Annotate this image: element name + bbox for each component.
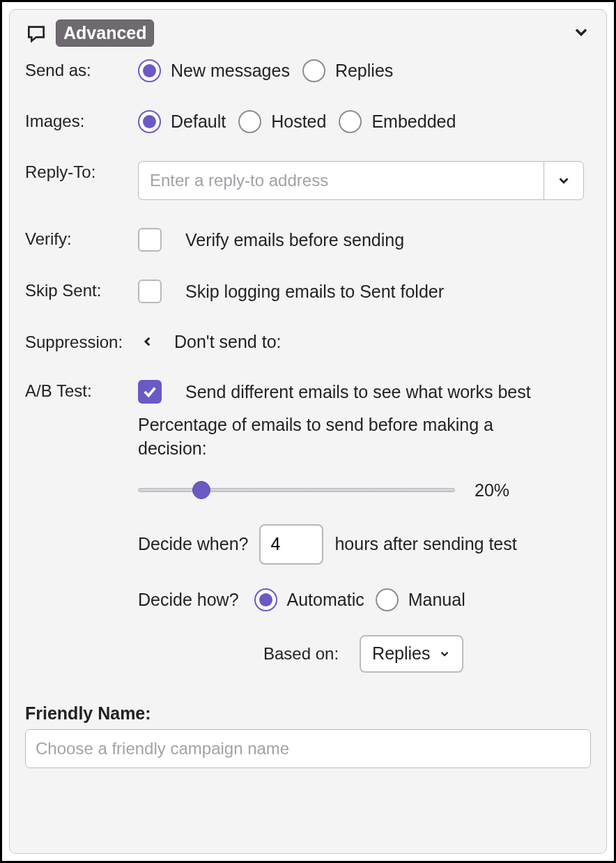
chevron-down-icon xyxy=(556,173,571,188)
chevron-down-icon xyxy=(438,648,451,660)
radio-label: New messages xyxy=(171,61,290,81)
ab-percentage-slider[interactable] xyxy=(138,485,455,495)
ab-test-text: Send different emails to see what works … xyxy=(185,382,531,402)
radio-label: Default xyxy=(171,112,226,132)
decide-how-label: Decide how? xyxy=(138,590,239,610)
based-on-value: Replies xyxy=(372,643,430,664)
send-as-replies-radio[interactable]: Replies xyxy=(302,59,393,82)
decide-when-input[interactable] xyxy=(259,524,323,565)
skip-sent-checkbox[interactable] xyxy=(138,280,162,303)
images-hosted-radio[interactable]: Hosted xyxy=(238,110,326,133)
reply-to-dropdown-button[interactable] xyxy=(544,161,584,200)
verify-text: Verify emails before sending xyxy=(185,230,404,250)
decide-how-automatic-radio[interactable]: Automatic xyxy=(254,588,364,611)
images-default-radio[interactable]: Default xyxy=(138,110,226,133)
radio-label: Replies xyxy=(335,61,393,81)
advanced-badge: Advanced xyxy=(56,20,154,47)
decide-how-manual-radio[interactable]: Manual xyxy=(376,588,465,611)
suppression-expand-button[interactable] xyxy=(138,332,157,351)
send-as-label: Send as: xyxy=(25,59,138,80)
collapse-chevron-icon[interactable] xyxy=(571,22,591,42)
reply-to-input[interactable] xyxy=(138,161,544,200)
ab-test-label: A/B Test: xyxy=(25,380,138,401)
verify-label: Verify: xyxy=(25,228,138,249)
ab-percentage-label: Percentage of emails to send before maki… xyxy=(138,413,563,461)
suppression-label: Suppression: xyxy=(25,331,138,352)
reply-to-label: Reply-To: xyxy=(25,161,138,182)
ab-test-checkbox[interactable] xyxy=(138,380,162,404)
friendly-name-input[interactable] xyxy=(25,729,591,768)
chevron-left-icon xyxy=(141,335,154,348)
radio-label: Manual xyxy=(408,590,465,610)
friendly-name-label: Friendly Name: xyxy=(25,703,591,724)
panel-header: Advanced xyxy=(25,20,591,47)
images-embedded-radio[interactable]: Embedded xyxy=(339,110,456,133)
radio-label: Automatic xyxy=(287,590,364,610)
based-on-label: Based on: xyxy=(263,644,339,664)
suppression-text: Don't send to: xyxy=(174,332,281,352)
radio-label: Hosted xyxy=(271,112,326,132)
radio-label: Embedded xyxy=(371,112,456,132)
images-label: Images: xyxy=(25,110,138,131)
ab-percentage-value: 20% xyxy=(475,480,509,501)
advanced-panel: Advanced Send as: New messages Replies xyxy=(9,9,607,854)
skip-sent-label: Skip Sent: xyxy=(25,280,138,300)
decide-when-suffix: hours after sending test xyxy=(334,534,516,554)
based-on-select[interactable]: Replies xyxy=(360,635,463,673)
verify-checkbox[interactable] xyxy=(138,228,162,252)
skip-sent-text: Skip logging emails to Sent folder xyxy=(185,282,444,302)
decide-when-label: Decide when? xyxy=(138,534,248,554)
send-as-new-messages-radio[interactable]: New messages xyxy=(138,59,290,82)
chat-icon xyxy=(25,22,47,45)
